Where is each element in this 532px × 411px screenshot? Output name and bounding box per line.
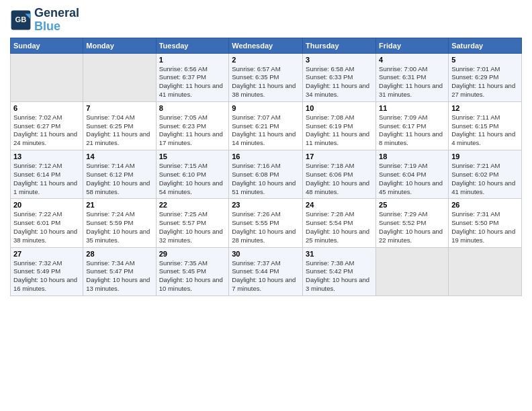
day-cell: 14Sunrise: 7:14 AM Sunset: 6:12 PM Dayli… — [83, 150, 156, 199]
day-header-tuesday: Tuesday — [156, 38, 229, 53]
day-cell: 25Sunrise: 7:29 AM Sunset: 5:52 PM Dayli… — [376, 199, 449, 247]
day-info: Sunrise: 7:28 AM Sunset: 5:54 PM Dayligh… — [306, 210, 373, 244]
day-info: Sunrise: 7:32 AM Sunset: 5:49 PM Dayligh… — [13, 259, 80, 293]
header-row: SundayMondayTuesdayWednesdayThursdayFrid… — [11, 38, 522, 53]
day-cell: 19Sunrise: 7:21 AM Sunset: 6:02 PM Dayli… — [449, 150, 522, 199]
day-number: 20 — [13, 201, 80, 209]
day-header-saturday: Saturday — [449, 38, 522, 53]
day-cell: 28Sunrise: 7:34 AM Sunset: 5:47 PM Dayli… — [83, 247, 156, 295]
day-cell: 29Sunrise: 7:35 AM Sunset: 5:45 PM Dayli… — [156, 247, 229, 295]
header: GB GeneralBlue — [10, 7, 522, 34]
day-number: 30 — [232, 250, 300, 258]
day-cell: 26Sunrise: 7:31 AM Sunset: 5:50 PM Dayli… — [449, 199, 522, 247]
day-info: Sunrise: 6:56 AM Sunset: 6:37 PM Dayligh… — [159, 65, 226, 99]
day-cell: 30Sunrise: 7:37 AM Sunset: 5:44 PM Dayli… — [229, 247, 303, 295]
day-cell: 11Sunrise: 7:09 AM Sunset: 6:17 PM Dayli… — [376, 101, 449, 150]
day-info: Sunrise: 7:00 AM Sunset: 6:31 PM Dayligh… — [379, 65, 445, 99]
day-info: Sunrise: 7:19 AM Sunset: 6:04 PM Dayligh… — [379, 162, 445, 196]
day-cell: 20Sunrise: 7:22 AM Sunset: 6:01 PM Dayli… — [11, 199, 83, 247]
day-cell: 4Sunrise: 7:00 AM Sunset: 6:31 PM Daylig… — [376, 53, 449, 101]
day-number: 12 — [451, 104, 519, 112]
day-info: Sunrise: 7:38 AM Sunset: 5:42 PM Dayligh… — [306, 259, 373, 293]
day-info: Sunrise: 7:29 AM Sunset: 5:52 PM Dayligh… — [379, 210, 445, 244]
day-number: 15 — [159, 152, 226, 161]
day-cell: 13Sunrise: 7:12 AM Sunset: 6:14 PM Dayli… — [11, 150, 83, 199]
day-number: 3 — [306, 56, 373, 64]
day-number: 16 — [232, 152, 300, 161]
day-cell: 7Sunrise: 7:04 AM Sunset: 6:25 PM Daylig… — [83, 101, 156, 150]
logo: GB GeneralBlue — [10, 7, 79, 34]
day-cell: 22Sunrise: 7:25 AM Sunset: 5:57 PM Dayli… — [156, 199, 229, 247]
day-info: Sunrise: 7:14 AM Sunset: 6:12 PM Dayligh… — [86, 162, 152, 196]
day-cell: 1Sunrise: 6:56 AM Sunset: 6:37 PM Daylig… — [156, 53, 229, 101]
day-cell: 18Sunrise: 7:19 AM Sunset: 6:04 PM Dayli… — [376, 150, 449, 199]
day-header-monday: Monday — [83, 38, 156, 53]
day-info: Sunrise: 7:25 AM Sunset: 5:57 PM Dayligh… — [159, 210, 226, 244]
day-number: 11 — [379, 104, 445, 112]
day-number: 25 — [379, 201, 445, 209]
calendar-table: SundayMondayTuesdayWednesdayThursdayFrid… — [10, 38, 522, 296]
day-info: Sunrise: 7:11 AM Sunset: 6:15 PM Dayligh… — [451, 113, 519, 148]
day-cell: 5Sunrise: 7:01 AM Sunset: 6:29 PM Daylig… — [449, 53, 522, 101]
day-header-friday: Friday — [376, 38, 449, 53]
day-number: 18 — [379, 152, 445, 161]
day-cell — [11, 53, 83, 101]
day-number: 7 — [86, 104, 152, 112]
day-cell — [83, 53, 156, 101]
day-cell: 31Sunrise: 7:38 AM Sunset: 5:42 PM Dayli… — [303, 247, 376, 295]
day-number: 4 — [379, 56, 445, 64]
day-info: Sunrise: 7:01 AM Sunset: 6:29 PM Dayligh… — [451, 65, 519, 99]
day-info: Sunrise: 7:24 AM Sunset: 5:59 PM Dayligh… — [86, 210, 152, 244]
day-cell: 12Sunrise: 7:11 AM Sunset: 6:15 PM Dayli… — [449, 101, 522, 150]
day-header-thursday: Thursday — [303, 38, 376, 53]
day-number: 6 — [13, 104, 80, 112]
day-number: 24 — [306, 201, 373, 209]
week-row-5: 27Sunrise: 7:32 AM Sunset: 5:49 PM Dayli… — [11, 247, 522, 295]
day-number: 22 — [159, 201, 226, 209]
logo-text: GeneralBlue — [34, 7, 79, 34]
day-info: Sunrise: 7:26 AM Sunset: 5:55 PM Dayligh… — [232, 210, 300, 244]
day-info: Sunrise: 7:34 AM Sunset: 5:47 PM Dayligh… — [86, 259, 152, 293]
svg-text:GB: GB — [15, 15, 27, 24]
day-number: 17 — [306, 152, 373, 161]
day-number: 21 — [86, 201, 152, 209]
day-cell: 2Sunrise: 6:57 AM Sunset: 6:35 PM Daylig… — [229, 53, 303, 101]
day-info: Sunrise: 7:22 AM Sunset: 6:01 PM Dayligh… — [13, 210, 80, 244]
day-info: Sunrise: 7:21 AM Sunset: 6:02 PM Dayligh… — [451, 162, 519, 196]
day-cell: 9Sunrise: 7:07 AM Sunset: 6:21 PM Daylig… — [229, 101, 303, 150]
day-cell: 17Sunrise: 7:18 AM Sunset: 6:06 PM Dayli… — [303, 150, 376, 199]
day-cell: 15Sunrise: 7:15 AM Sunset: 6:10 PM Dayli… — [156, 150, 229, 199]
day-info: Sunrise: 7:37 AM Sunset: 5:44 PM Dayligh… — [232, 259, 300, 293]
day-info: Sunrise: 7:12 AM Sunset: 6:14 PM Dayligh… — [13, 162, 80, 196]
day-cell: 8Sunrise: 7:05 AM Sunset: 6:23 PM Daylig… — [156, 101, 229, 150]
logo-icon: GB — [10, 9, 32, 31]
calendar-page: GB GeneralBlue SundayMondayTuesdayWednes… — [0, 0, 532, 300]
day-number: 23 — [232, 201, 300, 209]
week-row-1: 1Sunrise: 6:56 AM Sunset: 6:37 PM Daylig… — [11, 53, 522, 101]
week-row-2: 6Sunrise: 7:02 AM Sunset: 6:27 PM Daylig… — [11, 101, 522, 150]
day-number: 1 — [159, 56, 226, 64]
day-info: Sunrise: 6:57 AM Sunset: 6:35 PM Dayligh… — [232, 65, 300, 99]
day-number: 5 — [451, 56, 519, 64]
day-number: 10 — [306, 104, 373, 112]
day-cell: 6Sunrise: 7:02 AM Sunset: 6:27 PM Daylig… — [11, 101, 83, 150]
day-cell: 27Sunrise: 7:32 AM Sunset: 5:49 PM Dayli… — [11, 247, 83, 295]
day-number: 31 — [306, 250, 373, 258]
day-cell: 3Sunrise: 6:58 AM Sunset: 6:33 PM Daylig… — [303, 53, 376, 101]
day-cell: 23Sunrise: 7:26 AM Sunset: 5:55 PM Dayli… — [229, 199, 303, 247]
day-cell — [449, 247, 522, 295]
day-info: Sunrise: 7:16 AM Sunset: 6:08 PM Dayligh… — [232, 162, 300, 196]
day-number: 26 — [451, 201, 519, 209]
day-info: Sunrise: 7:05 AM Sunset: 6:23 PM Dayligh… — [159, 113, 226, 148]
day-info: Sunrise: 7:31 AM Sunset: 5:50 PM Dayligh… — [451, 210, 519, 244]
day-info: Sunrise: 7:35 AM Sunset: 5:45 PM Dayligh… — [159, 259, 226, 293]
day-info: Sunrise: 7:07 AM Sunset: 6:21 PM Dayligh… — [232, 113, 300, 148]
day-cell — [376, 247, 449, 295]
day-header-sunday: Sunday — [11, 38, 83, 53]
day-number: 13 — [13, 152, 80, 161]
day-number: 19 — [451, 152, 519, 161]
day-info: Sunrise: 7:02 AM Sunset: 6:27 PM Dayligh… — [13, 113, 80, 148]
day-info: Sunrise: 7:08 AM Sunset: 6:19 PM Dayligh… — [306, 113, 373, 148]
day-info: Sunrise: 7:09 AM Sunset: 6:17 PM Dayligh… — [379, 113, 445, 148]
day-number: 28 — [86, 250, 152, 258]
